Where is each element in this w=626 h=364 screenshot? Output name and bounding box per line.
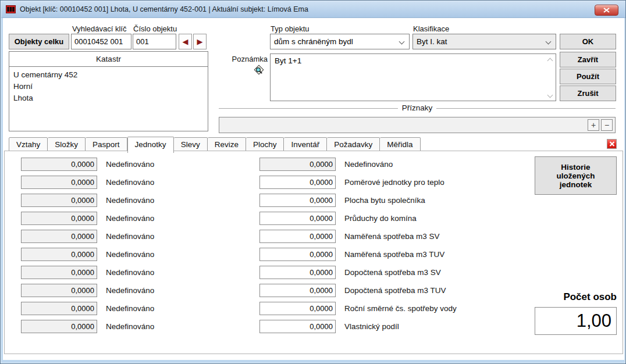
flags-add-button[interactable]: + xyxy=(588,119,599,131)
cancel-button[interactable]: Zrušit xyxy=(560,85,616,101)
unit-row: Nedefinováno xyxy=(21,194,154,207)
unit-value-input xyxy=(21,266,97,279)
unit-value-input[interactable] xyxy=(259,212,336,225)
tab-bar: VztahySložkyPasportJednotkySlevyRevizePl… xyxy=(9,137,421,152)
close-tab-panel-button[interactable] xyxy=(607,139,617,149)
window-close-button[interactable] xyxy=(595,5,618,16)
tab-inventar[interactable]: Inventář xyxy=(284,137,327,152)
unit-label: Nedefinováno xyxy=(106,178,154,187)
previous-object-button[interactable]: ◀ xyxy=(179,34,192,49)
next-object-button[interactable]: ▶ xyxy=(193,34,207,49)
unit-row: Nedefinováno xyxy=(21,248,154,261)
flags-field[interactable] xyxy=(219,117,616,133)
unit-value-input xyxy=(21,212,97,225)
unit-value-input xyxy=(21,194,97,207)
close-button[interactable]: Zavřít xyxy=(560,52,616,67)
unit-label: Nedefinováno xyxy=(106,196,154,205)
unit-value-input[interactable] xyxy=(259,230,336,243)
classification-value: Byt I. kat xyxy=(417,37,447,46)
unit-row: Nedefinováno xyxy=(21,176,154,189)
objekty-celku-button[interactable]: Objekty celku xyxy=(9,34,69,49)
object-type-select[interactable]: dům s chráněným bydl xyxy=(270,34,410,49)
apply-button[interactable]: Použít xyxy=(560,69,616,84)
address-line: Lhota xyxy=(13,92,204,104)
object-dialog-window: Objekt [klíč: 00010452 001] Lhota, U cem… xyxy=(0,0,626,364)
flags-remove-button[interactable]: − xyxy=(601,119,613,131)
unit-row: Plocha bytu společníka xyxy=(259,194,457,207)
unit-label: Nedefinováno xyxy=(106,286,154,295)
object-type-label: Typ objektu xyxy=(271,24,310,33)
tab-pasport[interactable]: Pasport xyxy=(86,137,127,152)
tab-plochy[interactable]: Plochy xyxy=(246,137,284,152)
unit-row: Dopočtená spotřeba m3 TUV xyxy=(259,284,457,297)
unit-label: Průduchy do komína xyxy=(344,214,417,223)
arrow-left-icon: ◀ xyxy=(183,37,188,46)
tab-jednotky[interactable]: Jednotky xyxy=(127,137,174,153)
search-key-input[interactable] xyxy=(71,34,131,49)
object-number-input[interactable] xyxy=(133,34,176,49)
unit-value-input[interactable] xyxy=(259,176,336,189)
unit-label: Dopočtená spotřeba m3 TUV xyxy=(344,286,446,295)
unit-row: Roční směrné čs. spotřeby vody xyxy=(259,302,457,315)
unit-value-input[interactable] xyxy=(259,248,336,261)
unit-label: Plocha bytu společníka xyxy=(344,196,425,205)
unit-row: Naměřená spotřeba m3 SV xyxy=(259,230,457,243)
tab-meridla[interactable]: Měřidla xyxy=(380,137,420,152)
note-textarea[interactable]: Byt 1+1 xyxy=(270,53,556,101)
unit-value-input[interactable] xyxy=(259,284,336,297)
unit-value-input xyxy=(21,320,97,333)
unit-label: Roční směrné čs. spotřeby vody xyxy=(344,304,457,313)
person-count-label: Počet osob xyxy=(535,291,617,303)
unit-value-input[interactable] xyxy=(259,194,336,207)
unit-label: Vlastnický podíl xyxy=(344,322,399,331)
unit-value-input[interactable] xyxy=(259,302,336,315)
unit-label: Nedefinováno xyxy=(344,160,393,169)
unit-value-input[interactable] xyxy=(259,320,336,333)
unit-row: Nedefinováno xyxy=(21,158,154,171)
unit-value-input xyxy=(21,176,97,189)
unit-label: Nedefinováno xyxy=(106,160,154,169)
unit-row: Dopočtená spotřeba m3 SV xyxy=(259,266,457,279)
address-line: U cementárny 452 xyxy=(13,69,204,81)
saved-units-history-button[interactable]: Historie uložených jednotek xyxy=(535,156,617,195)
unit-label: Nedefinováno xyxy=(106,268,154,277)
unit-label: Nedefinováno xyxy=(106,304,154,313)
unit-value-input xyxy=(21,158,97,171)
object-number-label: Číslo objektu xyxy=(133,24,177,33)
search-key-label: Vyhledávací klíč xyxy=(72,24,126,33)
scroll-up-icon[interactable] xyxy=(547,58,553,64)
tab-slevy[interactable]: Slevy xyxy=(174,137,208,152)
close-icon xyxy=(603,8,610,13)
unit-label: Poměrové jednotky pro teplo xyxy=(344,178,444,187)
window-title: Objekt [klíč: 00010452 001] Lhota, U cem… xyxy=(20,5,308,13)
tab-revize[interactable]: Revize xyxy=(208,137,246,152)
unit-value-input xyxy=(21,302,97,315)
tab-vztahy[interactable]: Vztahy xyxy=(9,137,48,152)
person-count-input[interactable] xyxy=(535,307,617,335)
unit-value-input[interactable] xyxy=(259,266,336,279)
unit-row: Nedefinováno xyxy=(259,158,457,171)
unit-value-input xyxy=(21,230,97,243)
classification-label: Klasifikace xyxy=(413,24,449,33)
unit-value-input xyxy=(21,284,97,297)
unit-label: Naměřená spotřeba m3 SV xyxy=(344,232,440,241)
ok-button[interactable]: OK xyxy=(560,34,616,49)
katastr-header: Katastr xyxy=(9,51,208,67)
unit-value-input xyxy=(21,248,97,261)
chevron-down-icon xyxy=(546,39,552,45)
unit-rows-left-column: NedefinovánoNedefinovánoNedefinovánoNede… xyxy=(21,158,154,338)
unit-value-input xyxy=(259,158,336,171)
scroll-down-icon[interactable] xyxy=(547,92,553,98)
tab-slozky[interactable]: Složky xyxy=(48,137,86,152)
unit-label: Nedefinováno xyxy=(106,232,154,241)
unit-row: Poměrové jednotky pro teplo xyxy=(259,176,457,189)
classification-select[interactable]: Byt I. kat xyxy=(412,34,556,49)
app-icon xyxy=(6,5,16,13)
tab-pozadavky[interactable]: Požadavky xyxy=(327,137,380,152)
unit-row: Průduchy do komína xyxy=(259,212,457,225)
address-line: Horní xyxy=(13,81,204,92)
note-zoom-icon xyxy=(252,63,266,77)
unit-label: Nedefinováno xyxy=(106,214,154,223)
close-icon xyxy=(609,141,615,147)
address-listbox[interactable]: U cementárny 452HorníLhota xyxy=(9,66,208,131)
